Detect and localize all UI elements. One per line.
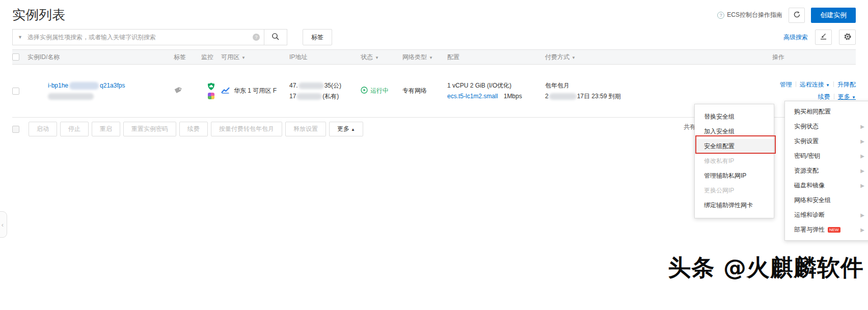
- caret-down-icon: ▼: [826, 83, 830, 88]
- menu-item-instance-settings[interactable]: 实例设置▶: [785, 134, 868, 149]
- filter-right: 高级搜索: [783, 30, 856, 45]
- col-header-config[interactable]: 配置: [447, 53, 545, 62]
- search-icon: [272, 33, 280, 42]
- submenu-arrow-icon: ▶: [860, 208, 864, 222]
- security-shield-icon[interactable]: [207, 82, 215, 92]
- tag-filter-button[interactable]: 标签: [303, 29, 332, 45]
- sort-caret-icon: ▼: [572, 55, 576, 60]
- search-help-icon[interactable]: ?: [253, 34, 260, 41]
- export-button[interactable]: [815, 30, 832, 45]
- col-header-ip[interactable]: IP地址: [289, 53, 361, 62]
- page-title: 实例列表: [12, 6, 65, 24]
- tag-icon[interactable]: [174, 89, 182, 96]
- zone-label[interactable]: 华东 1 可用区 F: [234, 87, 277, 95]
- col-header-network-type[interactable]: 网络类型▼: [402, 53, 447, 62]
- convert-billing-button[interactable]: 按量付费转包年包月: [211, 122, 282, 136]
- submenu-arrow-icon: ▶: [860, 222, 864, 237]
- redacted-date-blob: [549, 93, 577, 100]
- more-dropdown-menu: 购买相同配置 实例状态▶ 实例设置▶ 密码/密钥▶ 资源变配▶ 磁盘和镜像▶ 网…: [784, 101, 868, 241]
- ecs-guide-link[interactable]: ? ECS控制台操作指南: [717, 11, 782, 19]
- renew-link[interactable]: 续费: [818, 93, 830, 100]
- separator: [796, 81, 796, 87]
- search-input[interactable]: [28, 34, 253, 41]
- menu-item-join-security-group[interactable]: 加入安全组: [695, 124, 774, 139]
- manage-link[interactable]: 管理: [780, 81, 792, 88]
- col-header-zone[interactable]: 可用区▼: [221, 53, 289, 62]
- refresh-icon: [793, 11, 801, 20]
- menu-item-ops-diagnosis[interactable]: 运维和诊断▶: [785, 208, 868, 222]
- col-header-tag[interactable]: 标签: [174, 53, 201, 62]
- menu-item-modify-private-ip[interactable]: 修改私有IP: [695, 154, 774, 168]
- instance-id-link[interactable]: i-bp1heq21a3fps: [48, 82, 125, 89]
- row-checkbox[interactable]: [12, 88, 19, 95]
- menu-item-bind-secondary-eni[interactable]: 绑定辅助弹性网卡: [695, 198, 774, 213]
- more-actions-link[interactable]: 更多 ▼: [838, 93, 856, 100]
- start-button[interactable]: 启动: [29, 122, 57, 136]
- monitor-chart-icon[interactable]: [221, 87, 230, 95]
- search-box: ▼ ?: [12, 29, 264, 45]
- filter-left: ▼ ? 标签: [12, 29, 332, 45]
- settings-button[interactable]: [839, 30, 856, 45]
- create-instance-button[interactable]: 创建实例: [811, 8, 856, 23]
- menu-item-security-group-config[interactable]: 安全组配置: [695, 139, 774, 154]
- config-cell: 1 vCPU 2 GiB (I/O优化) ecs.t5-lc1m2.small …: [447, 80, 545, 102]
- remote-connect-link[interactable]: 远程连接 ▼: [800, 81, 830, 88]
- separator: [834, 94, 834, 99]
- menu-item-network-security-group[interactable]: 网络和安全组: [785, 193, 868, 208]
- col-header-instance-id[interactable]: 实例ID/名称: [28, 53, 174, 62]
- reset-password-button[interactable]: 重置实例密码: [123, 122, 176, 136]
- ecs-guide-label: ECS控制台操作指南: [727, 11, 782, 19]
- expire-date: 217日 23:59 到期: [545, 91, 713, 102]
- sort-caret-icon: ▼: [375, 55, 379, 60]
- footer-select-all-checkbox[interactable]: [12, 126, 19, 133]
- advanced-search-link[interactable]: 高级搜索: [783, 33, 808, 42]
- search-button[interactable]: [264, 29, 287, 45]
- menu-item-deploy-elasticity[interactable]: 部署与弹性NEW▶: [785, 222, 868, 237]
- select-all-checkbox[interactable]: [12, 53, 19, 61]
- stop-button[interactable]: 停止: [60, 122, 89, 136]
- release-settings-button[interactable]: 释放设置: [285, 122, 326, 136]
- footer-more-button[interactable]: 更多▲: [329, 122, 363, 136]
- caret-up-icon: ▲: [351, 127, 355, 132]
- col-header-status[interactable]: 状态▼: [361, 53, 402, 62]
- menu-item-password-key[interactable]: 密码/密钥▶: [785, 149, 868, 163]
- gear-icon: [844, 33, 852, 42]
- renew-button[interactable]: 续费: [179, 122, 208, 136]
- running-status-icon: [361, 87, 368, 95]
- upgrade-downgrade-link[interactable]: 升降配: [837, 81, 856, 88]
- top-bar-actions: ? ECS控制台操作指南 创建实例: [717, 8, 856, 23]
- refresh-button[interactable]: [789, 8, 805, 23]
- restart-button[interactable]: 重启: [92, 122, 120, 136]
- sidebar-collapse-handle[interactable]: ‹: [0, 211, 7, 238]
- sort-caret-icon: ▼: [241, 55, 246, 60]
- new-badge: NEW: [828, 227, 840, 233]
- billing-cell: 包年包月 217日 23:59 到期: [545, 80, 713, 102]
- table-header-row: 实例ID/名称 标签 监控 可用区▼ IP地址 状态▼ 网络类型▼ 配置 付费方…: [12, 49, 856, 65]
- menu-item-disk-image[interactable]: 磁盘和镜像▶: [785, 178, 868, 193]
- menu-item-replace-security-group[interactable]: 替换安全组: [695, 109, 774, 124]
- col-header-monitor[interactable]: 监控: [201, 53, 221, 62]
- search-dropdown-caret-icon[interactable]: ▼: [18, 35, 22, 40]
- help-circle-icon: ?: [717, 12, 724, 19]
- submenu-arrow-icon: ▶: [860, 163, 864, 178]
- row-actions-cell: 管理远程连接 ▼升降配 续费更多 ▼: [713, 79, 856, 103]
- instance-type-link[interactable]: ecs.t5-lc1m2.small: [447, 93, 498, 100]
- menu-item-buy-same-config[interactable]: 购买相同配置: [785, 104, 868, 119]
- bandwidth-label: 1Mbps: [504, 93, 522, 100]
- config-spec: 1 vCPU 2 GiB (I/O优化): [447, 80, 545, 91]
- col-header-billing[interactable]: 付费方式▼: [545, 53, 713, 62]
- redacted-id-blob: [69, 82, 99, 90]
- submenu-arrow-icon: ▶: [860, 178, 864, 193]
- menu-item-manage-secondary-private-ip[interactable]: 管理辅助私网IP: [695, 168, 774, 183]
- redacted-name-blob: [48, 93, 94, 100]
- app-badge-icon: [208, 93, 214, 99]
- caret-down-icon: ▼: [852, 95, 856, 100]
- menu-item-resource-change[interactable]: 资源变配▶: [785, 163, 868, 178]
- submenu-arrow-icon: ▶: [860, 134, 864, 149]
- instance-id-cell: i-bp1heq21a3fps: [28, 82, 174, 100]
- zone-cell: 华东 1 可用区 F: [221, 87, 289, 95]
- menu-item-instance-status[interactable]: 实例状态▶: [785, 119, 868, 134]
- menu-item-change-public-ip[interactable]: 更换公网IP: [695, 183, 774, 198]
- security-cell: [201, 82, 221, 99]
- filter-bar: ▼ ? 标签 高级搜索: [12, 29, 856, 45]
